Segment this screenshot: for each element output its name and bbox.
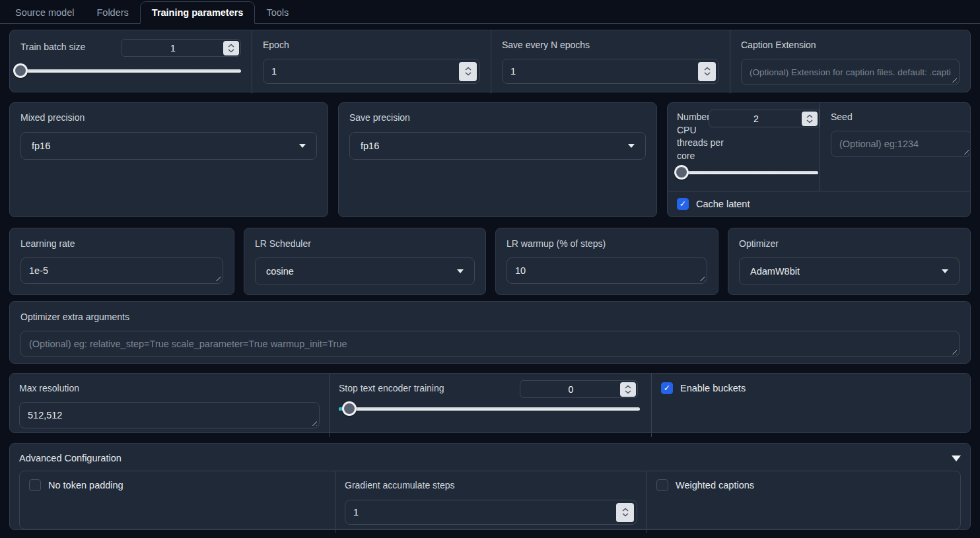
- lr-warmup-field: LR warmup (% of steps): [495, 228, 718, 295]
- spinner-up-down-icon[interactable]: [698, 62, 716, 81]
- cpu-threads-value[interactable]: [711, 114, 802, 124]
- mixed-precision-label: Mixed precision: [20, 112, 317, 123]
- slider-track[interactable]: [677, 171, 818, 174]
- spinner-up-down-icon[interactable]: [616, 503, 634, 522]
- resize-handle-icon[interactable]: [214, 275, 221, 281]
- cpu-threads-number-input[interactable]: [709, 110, 820, 127]
- learning-rate-label: Learning rate: [20, 238, 223, 250]
- save-precision-value: fp16: [361, 141, 628, 151]
- advanced-configuration-header[interactable]: Advanced Configuration: [19, 450, 961, 466]
- gradient-accumulate-steps-value[interactable]: [353, 507, 616, 518]
- basic-settings-panel: Train batch size Epoch: [9, 30, 971, 92]
- weighted-captions-checkbox[interactable]: [656, 479, 668, 491]
- precision-row: Mixed precision fp16 Save precision fp16…: [9, 102, 971, 217]
- save-precision-label: Save precision: [349, 112, 646, 123]
- train-batch-size-label: Train batch size: [20, 39, 85, 53]
- max-resolution-label: Max resolution: [19, 382, 320, 394]
- spinner-up-down-icon[interactable]: [223, 41, 239, 55]
- spinner-up-down-icon[interactable]: [802, 112, 818, 126]
- chevron-down-icon: [457, 269, 464, 273]
- enable-buckets-label[interactable]: Enable buckets: [680, 383, 746, 393]
- resize-handle-icon[interactable]: [950, 76, 957, 83]
- lr-warmup-textbox[interactable]: [507, 257, 707, 284]
- learning-rate-textbox[interactable]: [20, 257, 223, 284]
- gradient-accumulate-steps-number-input[interactable]: [345, 500, 637, 525]
- cpu-seed-cache-panel: Number of CPU threads per core: [667, 102, 971, 217]
- gradient-accumulate-steps-field: Gradient accumulate steps: [335, 471, 647, 533]
- optimizer-dropdown[interactable]: AdamW8bit: [739, 257, 960, 285]
- optimizer-extra-args-label: Optimizer extra arguments: [20, 311, 960, 323]
- spinner-up-down-icon[interactable]: [459, 62, 477, 81]
- resize-handle-icon[interactable]: [698, 275, 705, 281]
- cache-latent-label[interactable]: Cache latent: [696, 199, 750, 209]
- epoch-value[interactable]: [271, 66, 459, 77]
- train-batch-size-value[interactable]: [123, 43, 223, 53]
- lr-scheduler-field: LR Scheduler cosine: [244, 228, 486, 295]
- max-resolution-input[interactable]: [28, 410, 311, 420]
- mixed-precision-value: fp16: [32, 141, 299, 151]
- chevron-down-icon: [628, 144, 635, 148]
- stop-text-encoder-number-input[interactable]: [520, 380, 638, 398]
- slider-handle[interactable]: [13, 63, 28, 78]
- caption-extension-textbox[interactable]: [741, 59, 960, 85]
- stop-text-encoder-slider[interactable]: [339, 401, 640, 416]
- spinner-up-down-icon[interactable]: [620, 382, 636, 397]
- no-token-padding-field: No token padding: [20, 471, 335, 533]
- slider-handle[interactable]: [342, 401, 357, 416]
- weighted-captions-label[interactable]: Weighted captions: [676, 480, 754, 490]
- resize-handle-icon[interactable]: [962, 148, 969, 154]
- cache-latent-checkbox[interactable]: [677, 198, 689, 210]
- accordion-collapse-icon[interactable]: [952, 455, 961, 461]
- seed-textbox[interactable]: [831, 131, 971, 157]
- tab-folders[interactable]: Folders: [85, 2, 139, 23]
- caption-extension-input[interactable]: [750, 67, 951, 77]
- caption-extension-field: Caption Extension: [730, 30, 970, 94]
- cache-latent-row: Cache latent: [668, 191, 970, 217]
- train-batch-size-field: Train batch size: [10, 30, 252, 94]
- optimizer-label: Optimizer: [739, 238, 960, 250]
- resize-handle-icon[interactable]: [310, 419, 317, 426]
- optimizer-extra-args-input[interactable]: [29, 339, 951, 349]
- learning-rate-field: Learning rate: [9, 228, 234, 295]
- optimizer-extra-args-textbox[interactable]: [20, 331, 960, 357]
- max-resolution-textbox[interactable]: [19, 402, 320, 428]
- train-batch-size-number-input[interactable]: [121, 39, 241, 57]
- save-every-n-epochs-field: Save every N epochs: [491, 30, 730, 94]
- lr-warmup-input[interactable]: [515, 265, 699, 276]
- epoch-number-input[interactable]: [263, 59, 480, 84]
- resolution-panel: Max resolution Stop text encoder trainin…: [9, 373, 971, 433]
- save-every-n-epochs-label: Save every N epochs: [502, 39, 719, 51]
- learning-rate-input[interactable]: [29, 265, 215, 276]
- cpu-threads-slider[interactable]: [677, 165, 818, 180]
- stop-text-encoder-value[interactable]: [522, 384, 620, 395]
- tab-tools[interactable]: Tools: [255, 2, 300, 23]
- chevron-down-icon: [942, 269, 948, 273]
- no-token-padding-checkbox[interactable]: [29, 479, 41, 491]
- optimizer-field: Optimizer AdamW8bit: [728, 228, 971, 295]
- mixed-precision-dropdown[interactable]: fp16: [20, 132, 317, 160]
- slider-track[interactable]: [339, 407, 640, 411]
- mixed-precision-field: Mixed precision fp16: [9, 102, 328, 217]
- cpu-threads-field: Number of CPU threads per core: [668, 103, 820, 191]
- slider-track[interactable]: [20, 69, 241, 73]
- tab-training-parameters[interactable]: Training parameters: [140, 1, 256, 24]
- no-token-padding-label[interactable]: No token padding: [48, 480, 123, 490]
- enable-buckets-checkbox[interactable]: [661, 382, 673, 394]
- lr-scheduler-dropdown[interactable]: cosine: [255, 257, 475, 285]
- stop-text-encoder-field: Stop text encoder training: [329, 374, 651, 437]
- save-every-n-epochs-number-input[interactable]: [502, 59, 719, 84]
- tab-bar: Source model Folders Training parameters…: [0, 0, 980, 24]
- seed-input[interactable]: [839, 139, 963, 149]
- training-parameters-page: Train batch size Epoch: [0, 24, 980, 530]
- slider-handle[interactable]: [674, 165, 689, 180]
- save-every-n-epochs-value[interactable]: [510, 66, 698, 77]
- epoch-field: Epoch: [252, 30, 491, 94]
- optimizer-value: AdamW8bit: [750, 266, 942, 277]
- train-batch-size-slider[interactable]: [20, 63, 241, 78]
- epoch-label: Epoch: [263, 39, 480, 51]
- lr-warmup-label: LR warmup (% of steps): [507, 238, 707, 250]
- tab-source-model[interactable]: Source model: [4, 2, 85, 23]
- save-precision-dropdown[interactable]: fp16: [349, 132, 646, 160]
- resize-handle-icon[interactable]: [950, 348, 957, 354]
- weighted-captions-field: Weighted captions: [647, 471, 960, 533]
